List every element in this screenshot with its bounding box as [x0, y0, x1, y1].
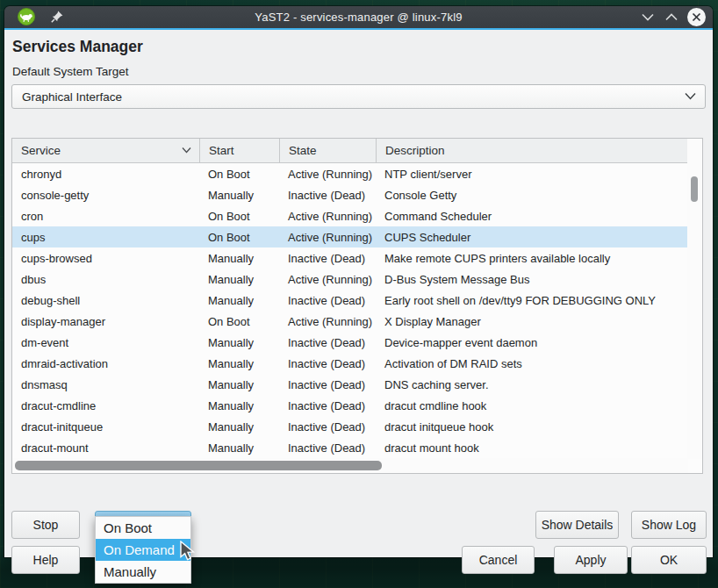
- horizontal-scrollbar[interactable]: [12, 458, 688, 473]
- sort-indicator-icon: [182, 147, 191, 154]
- cell-description: DNS caching server.: [377, 374, 688, 395]
- maximize-icon[interactable]: [664, 10, 679, 25]
- table-row-dnsmasq[interactable]: dnsmasq Manually Inactive (Dead) DNS cac…: [12, 374, 688, 395]
- vertical-scrollbar[interactable]: [687, 139, 702, 459]
- cell-state: Inactive (Dead): [280, 416, 377, 437]
- cell-state: Active (Running): [280, 205, 377, 226]
- cell-state: Inactive (Dead): [280, 184, 377, 205]
- column-header-service[interactable]: Service: [12, 139, 200, 162]
- yast2-window: YaST2 - services-manager @ linux-7kl9: [4, 6, 713, 557]
- menu-item-on-demand[interactable]: On Demand: [96, 539, 190, 561]
- cell-service: dnsmasq: [12, 374, 200, 395]
- table-row-dbus[interactable]: dbus Manually Active (Running) D-Bus Sys…: [12, 269, 688, 290]
- cell-service: dbus: [12, 269, 200, 290]
- cell-state: Inactive (Dead): [280, 437, 377, 458]
- cell-description: dracut initqueue hook: [377, 416, 688, 437]
- cell-service: chronyd: [12, 163, 200, 184]
- dialog-content: Services Manager Default System Target G…: [4, 30, 713, 557]
- cell-state: Active (Running): [280, 311, 377, 332]
- table-row-dm-event[interactable]: dm-event Manually Inactive (Dead) Device…: [12, 332, 688, 353]
- cell-service: dmraid-activation: [12, 353, 200, 374]
- cell-state: Active (Running): [280, 163, 377, 184]
- start-mode-menu: On Boot On Demand Manually: [95, 516, 191, 584]
- column-header-start[interactable]: Start: [200, 139, 280, 162]
- cell-state: Inactive (Dead): [280, 290, 377, 311]
- pin-icon[interactable]: [50, 10, 64, 24]
- cell-start: On Boot: [200, 226, 280, 247]
- chevron-down-icon: [685, 92, 696, 100]
- column-header-description[interactable]: Description: [377, 139, 688, 162]
- table-body: chronyd On Boot Active (Running) NTP cli…: [12, 163, 688, 458]
- cell-description: CUPS Scheduler: [377, 226, 688, 247]
- table-row-chronyd[interactable]: chronyd On Boot Active (Running) NTP cli…: [12, 163, 688, 184]
- cell-start: Manually: [200, 290, 280, 311]
- menu-item-manually[interactable]: Manually: [96, 561, 190, 583]
- desktop-background: YaST2 - services-manager @ linux-7kl9: [0, 0, 718, 588]
- cell-state: Inactive (Dead): [280, 374, 377, 395]
- help-button[interactable]: Help: [11, 546, 80, 574]
- default-target-select[interactable]: Graphical Interface: [11, 84, 706, 109]
- cell-state: Inactive (Dead): [280, 332, 377, 353]
- default-target-value: Graphical Interface: [22, 90, 122, 104]
- cell-description: D-Bus System Message Bus: [377, 269, 688, 290]
- menu-item-on-boot[interactable]: On Boot: [96, 517, 190, 539]
- cell-service: dracut-mount: [12, 437, 200, 458]
- yast-app-icon: [18, 8, 35, 25]
- cell-start: Manually: [200, 374, 280, 395]
- table-row-dracut-mount[interactable]: dracut-mount Manually Inactive (Dead) dr…: [12, 437, 688, 458]
- cell-start: On Boot: [200, 311, 280, 332]
- cell-description: Console Getty: [377, 184, 688, 205]
- table-row-debug-shell[interactable]: debug-shell Manually Inactive (Dead) Ear…: [12, 290, 688, 311]
- cell-description: Device-mapper event daemon: [377, 332, 688, 353]
- cell-service: dracut-cmdline: [12, 395, 200, 416]
- cell-state: Inactive (Dead): [280, 247, 377, 269]
- table-row-dmraid-activation[interactable]: dmraid-activation Manually Inactive (Dea…: [12, 353, 688, 374]
- cell-description: NTP client/server: [377, 163, 688, 184]
- cell-start: Manually: [200, 184, 280, 205]
- cell-service: debug-shell: [12, 290, 200, 311]
- cell-description: dracut mount hook: [377, 437, 688, 458]
- cell-state: Inactive (Dead): [280, 353, 377, 374]
- default-system-target-label: Default System Target: [12, 65, 129, 78]
- page-title: Services Manager: [12, 38, 143, 56]
- cancel-button[interactable]: Cancel: [462, 546, 535, 574]
- cell-state: Active (Running): [280, 226, 377, 247]
- cell-description: Early root shell on /dev/tty9 FOR DEBUGG…: [377, 290, 688, 311]
- cell-start: Manually: [200, 353, 280, 374]
- horizontal-scrollbar-thumb[interactable]: [15, 461, 382, 470]
- cell-state: Active (Running): [280, 269, 377, 290]
- cell-start: Manually: [200, 416, 280, 437]
- cell-start: On Boot: [200, 163, 280, 184]
- ok-button[interactable]: OK: [631, 546, 707, 574]
- cell-service: dracut-initqueue: [12, 416, 200, 437]
- table-row-cron[interactable]: cron On Boot Active (Running) Command Sc…: [12, 205, 688, 226]
- cell-description: Command Scheduler: [377, 205, 688, 226]
- cell-service: cups-browsed: [12, 247, 200, 269]
- table-row-dracut-cmdline[interactable]: dracut-cmdline Manually Inactive (Dead) …: [12, 395, 688, 416]
- window-titlebar[interactable]: YaST2 - services-manager @ linux-7kl9: [4, 6, 713, 28]
- window-title: YaST2 - services-manager @ linux-7kl9: [4, 11, 713, 24]
- vertical-scrollbar-thumb[interactable]: [691, 176, 698, 202]
- minimize-icon[interactable]: [640, 10, 655, 25]
- table-row-cups-browsed[interactable]: cups-browsed Manually Inactive (Dead) Ma…: [12, 247, 688, 269]
- table-row-console-getty[interactable]: console-getty Manually Inactive (Dead) C…: [12, 184, 688, 205]
- table-row-cups-selected[interactable]: cups On Boot Active (Running) CUPS Sched…: [12, 226, 688, 247]
- cell-state: Inactive (Dead): [280, 395, 377, 416]
- cell-start: Manually: [200, 247, 280, 269]
- apply-button[interactable]: Apply: [554, 546, 628, 574]
- cell-start: Manually: [200, 395, 280, 416]
- cell-service: display-manager: [12, 311, 200, 332]
- cell-start: Manually: [200, 332, 280, 353]
- show-log-button[interactable]: Show Log: [631, 511, 707, 539]
- show-details-button[interactable]: Show Details: [535, 511, 619, 539]
- column-header-state[interactable]: State: [280, 139, 377, 162]
- cell-service: cron: [12, 205, 200, 226]
- table-row-dracut-initqueue[interactable]: dracut-initqueue Manually Inactive (Dead…: [12, 416, 688, 437]
- cell-start: On Boot: [200, 205, 280, 226]
- window-controls: [640, 6, 706, 28]
- close-icon[interactable]: [687, 8, 706, 26]
- cell-service: dm-event: [12, 332, 200, 353]
- cell-service: console-getty: [12, 184, 200, 205]
- stop-button[interactable]: Stop: [11, 511, 80, 539]
- table-row-display-manager[interactable]: display-manager On Boot Active (Running)…: [12, 311, 688, 332]
